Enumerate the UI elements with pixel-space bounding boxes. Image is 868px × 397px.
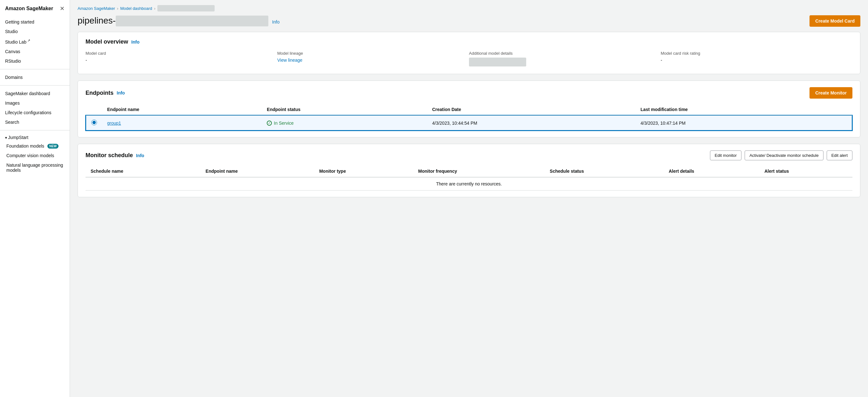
additional-details-label: Additional model details bbox=[469, 51, 654, 56]
sidebar: Amazon SageMaker ✕ Getting started Studi… bbox=[0, 0, 70, 397]
breadcrumb-sagemaker[interactable]: Amazon SageMaker bbox=[78, 6, 115, 11]
monitor-col-endpoint-name: Endpoint name bbox=[200, 165, 314, 177]
edit-alert-button[interactable]: Edit alert bbox=[827, 150, 852, 160]
additional-details-value bbox=[469, 58, 654, 67]
endpoints-card: Endpoints Info Create Monitor Endpoint n… bbox=[78, 81, 860, 138]
model-overview-info-link[interactable]: Info bbox=[131, 39, 140, 44]
overview-col-model-lineage: Model lineage View lineage bbox=[277, 51, 469, 67]
page-title-row: pipelines- Info Create Model Card bbox=[70, 14, 868, 32]
sidebar-item-search[interactable]: Search bbox=[0, 117, 70, 127]
monitor-col-monitor-frequency: Monitor frequency bbox=[413, 165, 545, 177]
endpoints-col-creation-date: Creation Date bbox=[427, 104, 635, 116]
endpoint-row-creation-date: 4/3/2023, 10:44:54 PM bbox=[427, 116, 635, 130]
endpoint-row-radio-cell bbox=[86, 116, 102, 130]
monitor-col-alert-details: Alert details bbox=[663, 165, 759, 177]
sidebar-item-rstudio[interactable]: RStudio bbox=[0, 56, 70, 66]
endpoints-table: Endpoint name Endpoint status Creation D… bbox=[86, 104, 852, 131]
endpoint-name-link[interactable]: group1 bbox=[107, 121, 121, 126]
monitor-col-alert-status: Alert status bbox=[759, 165, 852, 177]
sidebar-close-button[interactable]: ✕ bbox=[60, 5, 65, 12]
monitor-col-schedule-name: Schedule name bbox=[86, 165, 200, 177]
table-row[interactable]: group1 ✓ In Service 4/3/2023, 10:44:54 P… bbox=[86, 116, 852, 130]
risk-rating-value: - bbox=[661, 58, 846, 63]
endpoint-row-last-modified: 4/3/2023, 10:47:14 PM bbox=[636, 116, 852, 130]
model-card-value: - bbox=[86, 58, 271, 63]
sidebar-item-studio[interactable]: Studio bbox=[0, 27, 70, 36]
breadcrumb-model-dashboard[interactable]: Model dashboard bbox=[120, 6, 152, 11]
model-card-label: Model card bbox=[86, 51, 271, 56]
monitor-no-resources-text: There are currently no resources. bbox=[86, 177, 852, 190]
monitor-no-resources-row: There are currently no resources. bbox=[86, 177, 852, 190]
overview-col-additional-details: Additional model details bbox=[469, 51, 661, 67]
monitor-actions: Edit monitor Activate/ Deactivate monito… bbox=[710, 150, 852, 160]
sidebar-item-domains[interactable]: Domains bbox=[0, 72, 70, 82]
sidebar-section-jumpstart[interactable]: JumpStart bbox=[0, 133, 70, 141]
breadcrumb: Amazon SageMaker › Model dashboard › bbox=[70, 0, 868, 14]
model-lineage-label: Model lineage bbox=[277, 51, 463, 56]
activate-deactivate-button[interactable]: Activate/ Deactivate monitor schedule bbox=[745, 150, 824, 160]
model-overview-card: Model overview Info Model card - Model l… bbox=[78, 32, 860, 74]
endpoint-row-radio[interactable] bbox=[91, 120, 97, 125]
sidebar-item-images[interactable]: Images bbox=[0, 98, 70, 108]
endpoints-header: Endpoints Info Create Monitor bbox=[86, 87, 852, 99]
sidebar-item-foundation-models[interactable]: Foundation models NEW bbox=[0, 141, 70, 151]
overview-col-risk-rating: Model card risk rating - bbox=[661, 51, 852, 67]
create-monitor-button[interactable]: Create Monitor bbox=[809, 87, 852, 99]
monitor-header: Monitor schedule Info Edit monitor Activ… bbox=[86, 150, 852, 160]
monitor-header-row: Schedule name Endpoint name Monitor type… bbox=[86, 165, 852, 177]
endpoints-col-radio bbox=[86, 104, 102, 116]
create-model-card-button[interactable]: Create Model Card bbox=[809, 15, 860, 27]
breadcrumb-current-pipeline bbox=[157, 5, 215, 11]
sidebar-item-studio-lab[interactable]: Studio Lab ↗ bbox=[0, 36, 70, 47]
model-overview-title: Model overview Info bbox=[86, 38, 852, 45]
sidebar-item-nlp-models[interactable]: Natural language processing models bbox=[0, 160, 70, 175]
breadcrumb-sep-2: › bbox=[154, 6, 155, 11]
monitor-title: Monitor schedule Info bbox=[86, 152, 144, 159]
endpoints-table-body: group1 ✓ In Service 4/3/2023, 10:44:54 P… bbox=[86, 116, 852, 130]
status-circle-icon: ✓ bbox=[267, 121, 272, 126]
monitor-table-head: Schedule name Endpoint name Monitor type… bbox=[86, 165, 852, 177]
sidebar-divider-1 bbox=[0, 69, 70, 69]
sidebar-header: Amazon SageMaker ✕ bbox=[0, 5, 70, 17]
endpoints-info-link[interactable]: Info bbox=[117, 90, 125, 95]
endpoints-col-last-modified: Last modification time bbox=[636, 104, 852, 116]
sidebar-divider-2 bbox=[0, 85, 70, 86]
model-overview-grid: Model card - Model lineage View lineage … bbox=[86, 51, 852, 67]
page-title-left: pipelines- Info bbox=[78, 16, 279, 27]
endpoints-table-head: Endpoint name Endpoint status Creation D… bbox=[86, 104, 852, 116]
endpoints-title: Endpoints Info bbox=[86, 90, 125, 96]
sidebar-divider-3 bbox=[0, 130, 70, 130]
main-content: Amazon SageMaker › Model dashboard › pip… bbox=[70, 0, 868, 397]
endpoint-row-name: group1 bbox=[102, 116, 262, 130]
new-badge: NEW bbox=[48, 144, 59, 149]
page-title-redacted bbox=[116, 16, 268, 26]
monitor-schedule-card: Monitor schedule Info Edit monitor Activ… bbox=[78, 144, 860, 197]
sidebar-item-lifecycle-configurations[interactable]: Lifecycle configurations bbox=[0, 108, 70, 117]
studio-lab-label: Studio Lab bbox=[5, 39, 26, 44]
sidebar-item-sagemaker-dashboard[interactable]: SageMaker dashboard bbox=[0, 89, 70, 98]
foundation-models-label: Foundation models bbox=[6, 144, 44, 149]
view-lineage-link[interactable]: View lineage bbox=[277, 58, 302, 63]
monitor-col-monitor-type: Monitor type bbox=[314, 165, 413, 177]
external-link-icon: ↗ bbox=[26, 38, 30, 42]
monitor-col-schedule-status: Schedule status bbox=[545, 165, 663, 177]
model-lineage-value: View lineage bbox=[277, 58, 463, 63]
page-info-link[interactable]: Info bbox=[272, 20, 279, 25]
edit-monitor-button[interactable]: Edit monitor bbox=[710, 150, 741, 160]
risk-rating-label: Model card risk rating bbox=[661, 51, 846, 56]
endpoints-col-name: Endpoint name bbox=[102, 104, 262, 116]
sidebar-item-computer-vision-models[interactable]: Computer vision models bbox=[0, 151, 70, 160]
sidebar-title: Amazon SageMaker bbox=[5, 6, 53, 11]
overview-col-model-card: Model card - bbox=[86, 51, 277, 67]
monitor-table-body: There are currently no resources. bbox=[86, 177, 852, 190]
page-title: pipelines- bbox=[78, 16, 268, 27]
page-title-prefix: pipelines- bbox=[78, 16, 116, 26]
sidebar-item-canvas[interactable]: Canvas bbox=[0, 47, 70, 56]
endpoint-row-status: ✓ In Service bbox=[262, 116, 427, 130]
breadcrumb-sep-1: › bbox=[117, 6, 118, 11]
sidebar-item-getting-started[interactable]: Getting started bbox=[0, 17, 70, 27]
endpoints-table-header-row: Endpoint name Endpoint status Creation D… bbox=[86, 104, 852, 116]
endpoint-status-badge: ✓ In Service bbox=[267, 121, 422, 126]
additional-details-redacted bbox=[469, 58, 526, 66]
monitor-info-link[interactable]: Info bbox=[136, 153, 144, 158]
